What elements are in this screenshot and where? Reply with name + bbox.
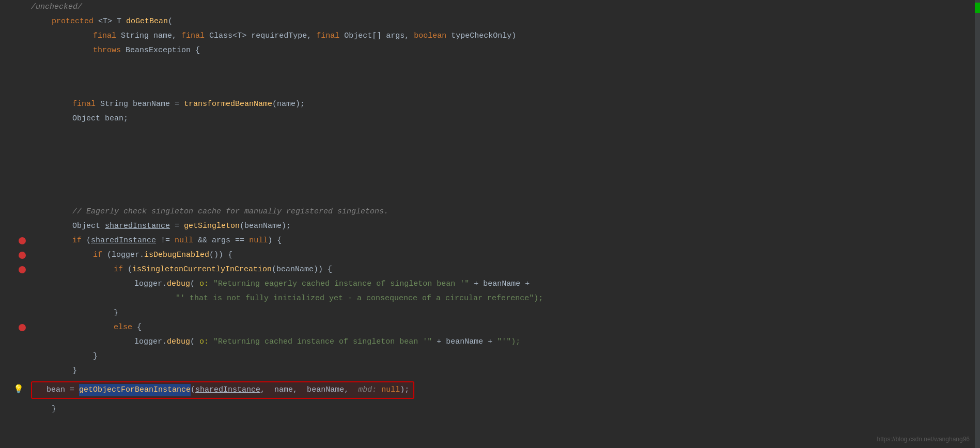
code-editor: /unchecked/ protected < T > T doGetBean … xyxy=(0,0,980,416)
code-line: } xyxy=(31,306,980,320)
line-gutter xyxy=(3,324,26,331)
code-line: if ( sharedInstance != null && args == n… xyxy=(31,234,980,248)
code-line: final String name, final Class < T > req… xyxy=(31,29,980,43)
code-line: throws BeansException { xyxy=(31,43,980,58)
code-line: Object sharedInstance = getSingleton (be… xyxy=(31,219,980,234)
highlighted-box: bean = getObjectForBeanInstance ( shared… xyxy=(31,381,414,399)
code-line: final String beanName = transformedBeanN… xyxy=(31,97,980,112)
code-line xyxy=(31,126,980,165)
code-line: logger. debug ( o: "Returning cached ins… xyxy=(31,335,980,349)
line-gutter xyxy=(3,237,26,244)
code-line: } xyxy=(31,364,980,378)
breakpoint-icon xyxy=(19,324,26,331)
code-line: "' that is not fully initialized yet - a… xyxy=(31,291,980,306)
code-line xyxy=(31,58,980,97)
line-gutter xyxy=(3,252,26,259)
breakpoint-icon xyxy=(19,237,26,244)
highlighted-code-line: 💡 bean = getObjectForBeanInstance ( shar… xyxy=(31,380,980,400)
code-line: Object bean; xyxy=(31,112,980,126)
code-line xyxy=(31,165,980,205)
code-line: if (logger. isDebugEnabled ()) { xyxy=(31,248,980,262)
code-line: /unchecked/ xyxy=(31,0,980,14)
selected-method: getObjectForBeanInstance xyxy=(79,384,191,396)
line-gutter: 💡 xyxy=(3,383,26,397)
watermark: https://blog.csdn.net/wanghang96 xyxy=(877,436,970,443)
code-line: if ( isSingletonCurrentlyInCreation (bea… xyxy=(31,262,980,277)
that-text: that xyxy=(190,292,208,305)
code-line: } xyxy=(31,349,980,364)
code-line: logger. debug ( o: "Returning eagerly ca… xyxy=(31,277,980,291)
breakpoint-icon xyxy=(19,252,26,259)
breakpoint-icon xyxy=(19,266,26,273)
line-gutter xyxy=(3,266,26,273)
code-line: // Eagerly check singleton cache for man… xyxy=(31,205,980,219)
lightbulb-icon: 💡 xyxy=(13,383,24,397)
code-line: else { xyxy=(31,320,980,335)
code-line: protected < T > T doGetBean ( xyxy=(31,14,980,29)
code-line: } xyxy=(31,402,980,416)
